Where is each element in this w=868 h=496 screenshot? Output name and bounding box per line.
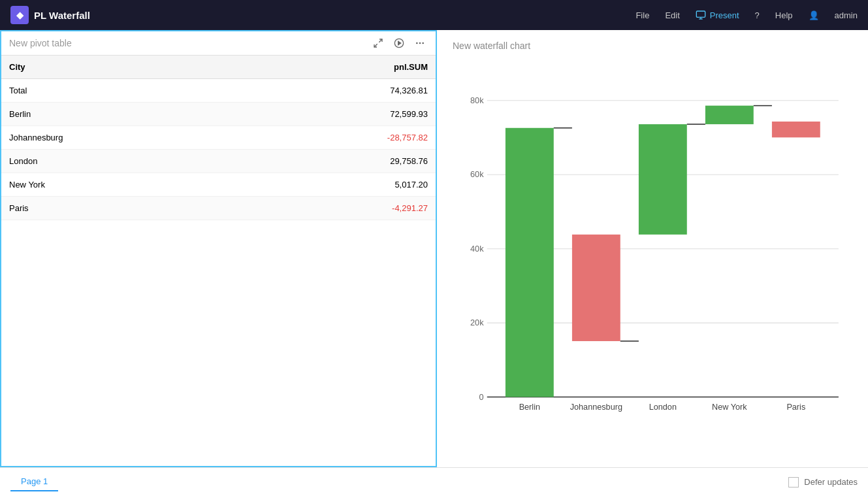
table-row: London29,758.76 [1, 150, 436, 173]
pivot-panel: City pnl.SUM Total74,326.81Berlin72,599.… [0, 30, 437, 467]
svg-rect-26 [639, 124, 687, 235]
defer-updates-checkbox[interactable] [788, 477, 799, 488]
city-cell: New York [1, 173, 241, 197]
more-button[interactable] [412, 37, 428, 50]
nav-admin-icon: 👤 [809, 10, 819, 20]
value-cell: 5,017.20 [241, 173, 436, 197]
svg-rect-20 [506, 128, 554, 397]
svg-text:40k: 40k [470, 244, 484, 254]
table-row: Berlin72,599.93 [1, 103, 436, 126]
svg-point-8 [419, 42, 421, 44]
chart-panel: New waterfall chart 020k40k60k80kBerlinJ… [437, 30, 868, 467]
nav-edit[interactable]: Edit [665, 10, 679, 20]
nav-help[interactable]: Help [775, 10, 793, 20]
chart-container: 020k40k60k80kBerlinJohannesburgLondonNew… [453, 61, 852, 457]
svg-point-7 [416, 42, 418, 44]
col-city: City [1, 56, 241, 79]
table-row: Johannesburg-28,757.82 [1, 126, 436, 150]
nav-help-icon: ? [755, 10, 760, 20]
svg-text:0: 0 [479, 393, 483, 402]
present-label: Present [710, 10, 739, 20]
city-cell: Total [1, 79, 241, 103]
svg-text:New York: New York [712, 403, 747, 412]
svg-text:Johannesburg: Johannesburg [570, 403, 622, 412]
city-cell: Paris [1, 197, 241, 220]
svg-text:20k: 20k [470, 318, 484, 327]
svg-text:80k: 80k [470, 96, 484, 105]
defer-updates-label: Defer updates [804, 477, 858, 487]
table-row: New York5,017.20 [1, 173, 436, 197]
svg-text:London: London [649, 403, 677, 412]
logo-icon: ◆ [10, 6, 29, 24]
value-cell: -28,757.82 [241, 126, 436, 150]
expand-button[interactable] [370, 37, 386, 50]
bottom-bar: Page 1 Defer updates [0, 467, 868, 496]
expand-icon [373, 38, 383, 48]
table-row: Total74,326.81 [1, 79, 436, 103]
value-cell: 29,758.76 [241, 150, 436, 173]
pivot-table: City pnl.SUM Total74,326.81Berlin72,599.… [1, 56, 436, 220]
svg-rect-32 [772, 122, 820, 137]
value-cell: -4,291.27 [241, 197, 436, 220]
svg-text:Paris: Paris [786, 403, 805, 412]
svg-marker-6 [398, 41, 401, 44]
city-cell: Berlin [1, 103, 241, 126]
svg-point-9 [422, 42, 424, 44]
play-icon [394, 38, 404, 48]
nav-file[interactable]: File [635, 10, 649, 20]
svg-text:60k: 60k [470, 170, 484, 179]
main-content: City pnl.SUM Total74,326.81Berlin72,599.… [0, 30, 868, 467]
present-icon [696, 10, 706, 20]
waterfall-chart-svg: 020k40k60k80kBerlinJohannesburgLondonNew… [453, 61, 852, 457]
chart-title: New waterfall chart [453, 41, 852, 51]
city-cell: Johannesburg [1, 126, 241, 150]
svg-line-4 [374, 44, 378, 47]
svg-rect-23 [572, 235, 620, 341]
table-row: Paris-4,291.27 [1, 197, 436, 220]
nav-items: File Edit Present ? Help 👤 admin [635, 10, 858, 20]
play-button[interactable] [391, 37, 407, 50]
page-tab[interactable]: Page 1 [10, 472, 58, 491]
pivot-title-input[interactable] [9, 38, 365, 48]
panel-header [1, 31, 436, 56]
value-cell: 72,599.93 [241, 103, 436, 126]
app-logo: ◆ PL Waterfall [10, 6, 90, 24]
panel-actions [370, 37, 428, 50]
nav-admin[interactable]: admin [835, 10, 858, 20]
city-cell: London [1, 150, 241, 173]
top-navigation: ◆ PL Waterfall File Edit Present ? Help … [0, 0, 868, 30]
app-title: PL Waterfall [34, 10, 90, 21]
nav-present[interactable]: Present [696, 10, 739, 20]
more-icon [415, 38, 425, 48]
svg-rect-0 [696, 11, 705, 17]
svg-rect-29 [705, 106, 754, 124]
svg-text:Berlin: Berlin [519, 403, 540, 412]
value-cell: 74,326.81 [241, 79, 436, 103]
svg-line-3 [379, 39, 382, 42]
col-pnl: pnl.SUM [241, 56, 436, 79]
defer-updates-container: Defer updates [788, 477, 858, 488]
